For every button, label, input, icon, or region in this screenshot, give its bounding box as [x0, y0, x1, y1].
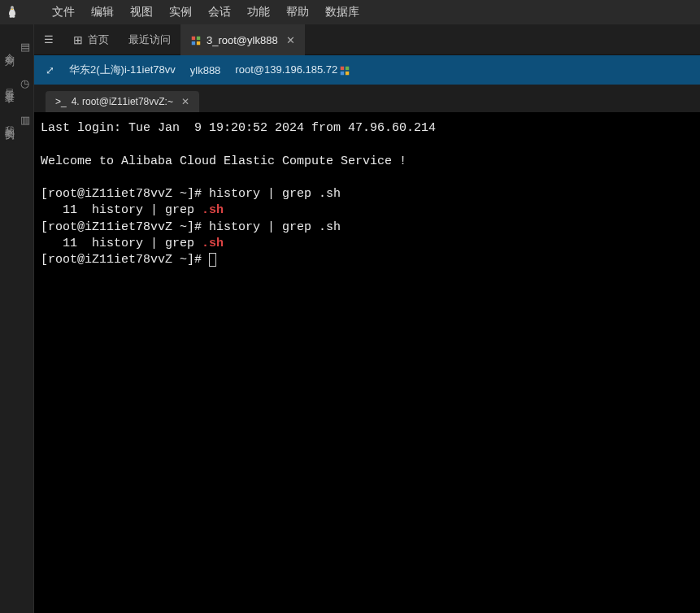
svg-rect-6	[341, 67, 344, 70]
panel-icon: ▤	[20, 41, 32, 54]
tab-session-active[interactable]: 3_root@ylk888 ✕	[180, 24, 305, 55]
tab-recent[interactable]: 最近访问	[119, 24, 180, 55]
terminal-tab-row: >_ 4. root@iZ11iet78vvZ:~ ✕	[34, 85, 700, 112]
menu-edit[interactable]: 编辑	[91, 5, 114, 20]
terminal-line: 11 history | grep .sh	[41, 237, 224, 250]
menu-session[interactable]: 会话	[208, 5, 231, 20]
title-bar: 文件 编辑 视图 实例 会话 功能 帮助 数据库	[0, 0, 700, 24]
tab-recent-label: 最近访问	[128, 33, 171, 47]
tab-home-label: 首页	[88, 33, 109, 47]
expand-icon[interactable]: ⤢	[46, 64, 54, 76]
sidebar-item-my-instances[interactable]: ▥ 我的实例	[2, 114, 32, 128]
svg-point-1	[12, 7, 13, 8]
sidebar-label: 最近登录	[2, 81, 16, 88]
terminal-line: 11 history | grep .sh	[41, 203, 224, 217]
server-icon: ▥	[20, 114, 32, 128]
close-icon[interactable]: ✕	[181, 96, 189, 107]
menu-help[interactable]: 帮助	[286, 5, 309, 20]
plugin-icon	[190, 35, 202, 46]
terminal-prompt-icon: >_	[55, 96, 67, 107]
sidebar-label: 我的实例	[2, 118, 16, 124]
menu-bar: 文件 编辑 视图 实例 会话 功能 帮助 数据库	[52, 5, 359, 20]
svg-rect-7	[346, 67, 349, 70]
linux-tux-icon	[7, 6, 18, 19]
svg-rect-9	[346, 72, 349, 75]
plugin-icon	[339, 65, 350, 76]
connection-region: 华东2(上海)i-11iet78vv	[69, 63, 176, 77]
svg-rect-3	[197, 36, 200, 39]
svg-point-0	[11, 7, 11, 8]
menu-file[interactable]: 文件	[52, 5, 75, 20]
connection-bar: ⤢ 华东2(上海)i-11iet78vv ylk888 root@139.196…	[34, 55, 700, 85]
terminal-line: [root@iZ11iet78vvZ ~]#	[41, 253, 216, 267]
grid-icon: ⊞	[73, 33, 83, 46]
tab-home[interactable]: ⊞ 首页	[63, 24, 119, 55]
terminal-tab-label: 4. root@iZ11iet78vvZ:~	[72, 96, 173, 107]
close-icon[interactable]: ✕	[286, 34, 295, 46]
sidebar-label: 命令列	[2, 46, 16, 50]
svg-rect-4	[192, 41, 195, 44]
tab-active-label: 3_root@ylk888	[207, 34, 278, 46]
sidebar-item-commands[interactable]: ▤ 命令列	[2, 41, 32, 54]
menu-view[interactable]: 视图	[130, 5, 153, 20]
menu-instance[interactable]: 实例	[169, 5, 192, 20]
terminal-cursor	[209, 253, 216, 267]
connection-userhost: root@139.196.185.72	[235, 63, 350, 76]
terminal-output[interactable]: Last login: Tue Jan 9 19:20:52 2024 from…	[34, 112, 700, 613]
svg-rect-2	[192, 36, 195, 39]
terminal-line: Welcome to Alibaba Cloud Elastic Compute…	[41, 154, 407, 168]
menu-database[interactable]: 数据库	[325, 5, 359, 20]
sidebar-item-recent-login[interactable]: ◷ 最近登录	[2, 77, 32, 91]
connection-hostname: ylk888	[190, 64, 221, 76]
clock-icon: ◷	[20, 77, 32, 91]
left-sidebar: ▤ 命令列 ◷ 最近登录 ▥ 我的实例	[0, 24, 34, 613]
terminal-line: Last login: Tue Jan 9 19:20:52 2024 from…	[41, 121, 436, 135]
svg-rect-8	[341, 72, 344, 75]
menu-function[interactable]: 功能	[247, 5, 270, 20]
terminal-line: [root@iZ11iet78vvZ ~]# history | grep .s…	[41, 220, 341, 234]
top-tab-strip: ☰ ⊞ 首页 最近访问 3_root@ylk888 ✕	[34, 24, 700, 55]
terminal-line: [root@iZ11iet78vvZ ~]# history | grep .s…	[41, 187, 341, 201]
menu-toggle-button[interactable]: ☰	[34, 24, 63, 55]
svg-rect-5	[197, 41, 200, 44]
terminal-tab[interactable]: >_ 4. root@iZ11iet78vvZ:~ ✕	[46, 91, 199, 112]
